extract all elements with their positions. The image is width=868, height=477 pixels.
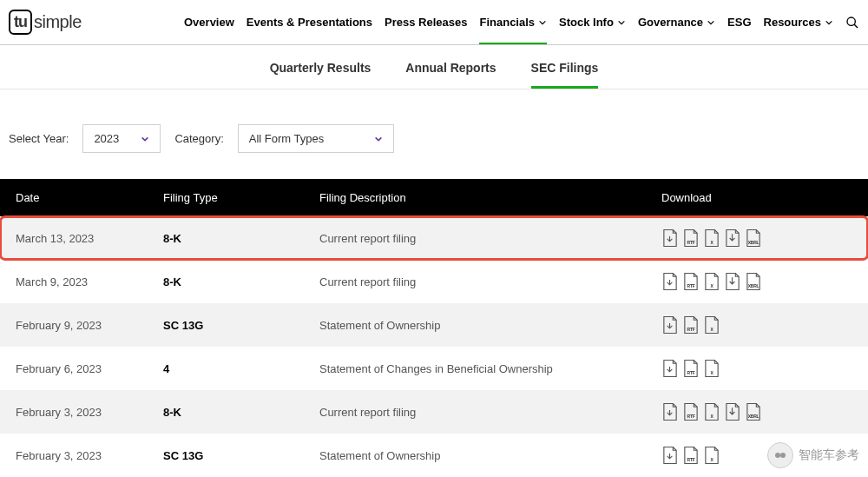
download-x-icon[interactable]: X: [703, 402, 720, 421]
chevron-down-icon: [825, 18, 833, 27]
download-x-icon[interactable]: X: [703, 446, 720, 465]
filing-date: March 9, 2023: [16, 275, 163, 288]
download-zip-icon[interactable]: [724, 229, 741, 248]
download-pdf-icon[interactable]: [661, 229, 679, 248]
svg-line-1: [854, 24, 858, 28]
filing-description: Current report filing: [319, 232, 661, 245]
download-rtf-icon[interactable]: RTF: [682, 315, 700, 335]
file-format-label: X: [703, 457, 720, 462]
filing-type: 8-K: [163, 406, 319, 419]
download-pdf-icon[interactable]: [661, 446, 679, 465]
file-format-label: X: [703, 370, 720, 375]
logo[interactable]: tu simple: [9, 10, 82, 35]
file-format-label: RTF: [682, 457, 700, 462]
file-format-label: RTF: [682, 414, 700, 419]
sub-tab-annual-reports[interactable]: Annual Reports: [405, 61, 496, 89]
chevron-down-icon: [538, 18, 547, 27]
file-format-label: RTF: [682, 327, 700, 332]
nav-item-stock-info[interactable]: Stock Info: [559, 9, 626, 36]
filing-date: March 13, 2023: [16, 232, 163, 245]
main-nav: OverviewEvents & PresentationsPress Rele…: [184, 9, 859, 36]
download-links: RTFX: [661, 359, 852, 378]
download-rtf-icon[interactable]: RTF: [682, 229, 700, 248]
download-xbrl-icon[interactable]: XBRL: [745, 402, 762, 421]
watermark-avatar-icon: [767, 442, 793, 468]
file-format-label: XBRL: [745, 283, 762, 288]
sub-tab-sec-filings[interactable]: SEC Filings: [531, 61, 599, 89]
header-date: Date: [16, 191, 163, 204]
filing-type: 8-K: [163, 275, 319, 288]
download-zip-icon[interactable]: [724, 402, 741, 421]
header-desc: Filing Description: [319, 191, 661, 204]
file-format-label: RTF: [682, 283, 700, 288]
file-format-label: XBRL: [745, 240, 762, 245]
nav-item-overview[interactable]: Overview: [184, 9, 234, 36]
download-x-icon[interactable]: X: [703, 229, 720, 248]
main-header: tu simple OverviewEvents & Presentations…: [0, 0, 868, 45]
header-download: Download: [661, 191, 852, 204]
file-format-label: X: [703, 240, 720, 245]
filing-description: Statement of Ownership: [319, 449, 661, 462]
logo-text: simple: [34, 12, 82, 32]
nav-item-esg[interactable]: ESG: [727, 9, 751, 36]
file-format-label: RTF: [682, 370, 700, 375]
download-rtf-icon[interactable]: RTF: [682, 359, 700, 378]
year-select[interactable]: 2023: [82, 124, 161, 153]
filing-date: February 3, 2023: [16, 406, 163, 419]
nav-item-label: Press Releases: [385, 16, 467, 29]
filing-description: Statement of Changes in Beneficial Owner…: [319, 362, 661, 375]
file-format-label: RTF: [682, 240, 700, 245]
download-links: RTFXXBRL: [661, 272, 852, 291]
file-format-label: X: [703, 414, 720, 419]
search-icon[interactable]: [845, 16, 859, 30]
download-x-icon[interactable]: X: [703, 272, 720, 291]
download-pdf-icon[interactable]: [661, 272, 679, 291]
filings-table: Date Filing Type Filing Description Down…: [0, 179, 868, 477]
table-row: February 6, 20234Statement of Changes in…: [0, 347, 868, 390]
nav-item-label: Overview: [184, 16, 234, 29]
file-format-label: X: [703, 327, 720, 332]
table-row: February 3, 2023SC 13GStatement of Owner…: [0, 434, 868, 477]
filing-description: Statement of Ownership: [319, 319, 661, 332]
watermark: 智能车参考: [767, 442, 859, 468]
sub-tab-quarterly-results[interactable]: Quarterly Results: [270, 61, 372, 89]
table-header: Date Filing Type Filing Description Down…: [0, 179, 868, 216]
svg-point-3: [780, 453, 786, 458]
download-zip-icon[interactable]: [724, 272, 741, 291]
download-pdf-icon[interactable]: [661, 315, 679, 335]
download-xbrl-icon[interactable]: XBRL: [745, 229, 762, 248]
download-xbrl-icon[interactable]: XBRL: [745, 272, 762, 291]
download-x-icon[interactable]: X: [703, 315, 720, 335]
nav-item-governance[interactable]: Governance: [638, 9, 715, 36]
nav-item-events-presentations[interactable]: Events & Presentations: [247, 9, 372, 36]
filing-date: February 9, 2023: [16, 319, 163, 332]
nav-item-label: Resources: [764, 16, 821, 29]
chevron-down-icon: [141, 135, 149, 143]
download-rtf-icon[interactable]: RTF: [682, 446, 700, 465]
sub-tabs: Quarterly ResultsAnnual ReportsSEC Filin…: [0, 45, 868, 89]
chevron-down-icon: [617, 18, 626, 27]
download-pdf-icon[interactable]: [661, 359, 679, 378]
download-x-icon[interactable]: X: [703, 359, 720, 378]
filing-type: SC 13G: [163, 449, 319, 462]
nav-item-press-releases[interactable]: Press Releases: [385, 9, 467, 36]
watermark-text: 智能车参考: [799, 447, 859, 463]
nav-item-label: Financials: [479, 16, 535, 29]
category-select[interactable]: All Form Types: [238, 124, 394, 153]
nav-item-resources[interactable]: Resources: [764, 9, 833, 36]
header-type: Filing Type: [163, 191, 319, 204]
category-value: All Form Types: [249, 132, 324, 145]
table-row: March 13, 20238-KCurrent report filingRT…: [0, 216, 868, 260]
year-label: Select Year:: [9, 132, 69, 145]
download-links: RTFXXBRL: [661, 402, 852, 421]
filing-type: 4: [163, 362, 319, 375]
nav-item-label: ESG: [727, 16, 751, 29]
download-rtf-icon[interactable]: RTF: [682, 402, 700, 421]
table-row: March 9, 20238-KCurrent report filingRTF…: [0, 260, 868, 303]
svg-point-2: [775, 453, 780, 458]
category-label: Category:: [174, 132, 223, 145]
download-rtf-icon[interactable]: RTF: [682, 272, 700, 291]
nav-item-financials[interactable]: Financials: [479, 9, 547, 36]
download-pdf-icon[interactable]: [661, 402, 679, 421]
svg-point-0: [847, 17, 855, 25]
